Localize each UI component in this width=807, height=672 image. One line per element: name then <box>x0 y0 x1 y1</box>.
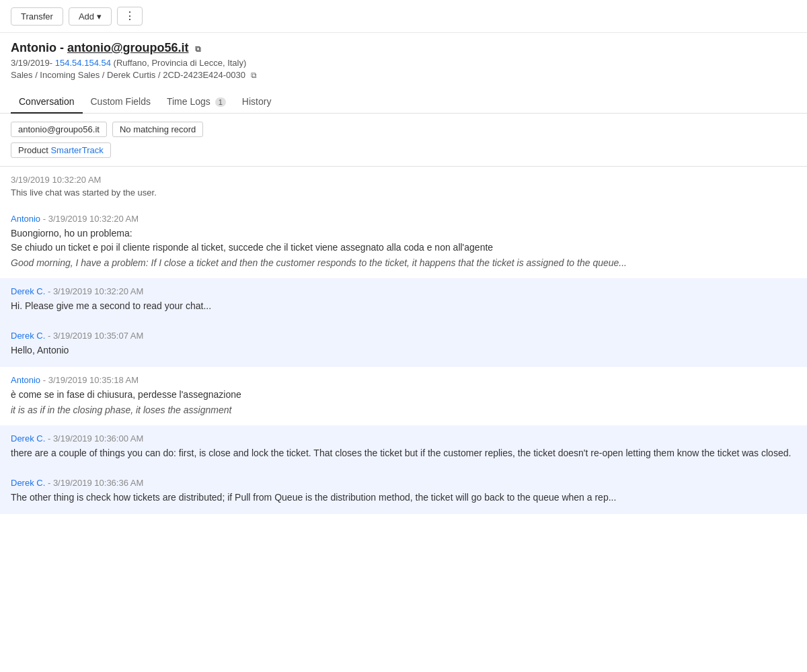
ticket-id: / 2CD-2423E424-0030 <box>158 70 245 80</box>
tabs: Conversation Custom Fields Time Logs 1 H… <box>0 91 807 114</box>
tag-row: antonio@groupo56.it No matching record <box>11 122 796 137</box>
product-value[interactable]: SmarterTrack <box>50 145 103 155</box>
product-tag-row: Product SmarterTrack <box>11 142 796 158</box>
message-header-antonio-2: Antonio - 3/19/2019 10:35:18 AM <box>11 375 796 385</box>
add-dropdown-icon: ▾ <box>97 11 102 22</box>
time-derek-3: 3/19/2019 10:36:00 AM <box>53 433 143 444</box>
more-button[interactable]: ⋮ <box>117 7 143 26</box>
author-antonio-2: Antonio <box>11 375 40 385</box>
body-antonio-1: Buongiorno, ho un problema: Se chiudo un… <box>11 226 796 255</box>
author-derek-1: Derek C. <box>11 286 45 296</box>
product-label: Product <box>18 145 48 155</box>
body-derek-3: there are a couple of things you can do:… <box>11 446 796 460</box>
messages: 3/19/2019 10:32:20 AM This live chat was… <box>0 167 807 514</box>
author-derek-2: Derek C. <box>11 331 45 341</box>
translation-antonio-1: Good morning, I have a problem: If I clo… <box>11 256 796 270</box>
author-antonio-1: Antonio <box>11 214 40 224</box>
message-antonio-2: Antonio - 3/19/2019 10:35:18 AM è come s… <box>0 367 807 425</box>
message-time-system: 3/19/2019 10:32:20 AM <box>11 175 796 185</box>
ip-address[interactable]: 154.54.154.54 <box>55 58 111 68</box>
message-derek-1: Derek C. - 3/19/2019 10:32:20 AM Hi. Ple… <box>0 278 807 323</box>
message-header-derek-1: Derek C. - 3/19/2019 10:32:20 AM <box>11 286 796 296</box>
contact-name: Antonio <box>11 41 56 54</box>
transfer-button[interactable]: Transfer <box>11 7 63 26</box>
add-label: Add <box>79 11 94 22</box>
toolbar: Transfer Add ▾ ⋮ <box>0 0 807 33</box>
body-antonio-2: è come se in fase di chiusura, perdesse … <box>11 388 796 402</box>
body-derek-1: Hi. Please give me a second to read your… <box>11 299 796 313</box>
system-text: This live chat was started by the user. <box>11 187 796 198</box>
message-header-derek-2: Derek C. - 3/19/2019 10:35:07 AM <box>11 331 796 341</box>
no-match-tag: No matching record <box>112 122 203 137</box>
message-system: 3/19/2019 10:32:20 AM This live chat was… <box>0 167 807 206</box>
message-header-derek-3: Derek C. - 3/19/2019 10:36:00 AM <box>11 433 796 444</box>
time-derek-4: 3/19/2019 10:36:36 AM <box>53 478 143 488</box>
message-header-derek-4: Derek C. - 3/19/2019 10:36:36 AM <box>11 478 796 488</box>
time-logs-badge: 1 <box>215 97 226 107</box>
message-derek-3: Derek C. - 3/19/2019 10:36:00 AM there a… <box>0 425 807 470</box>
message-derek-2: Derek C. - 3/19/2019 10:35:07 AM Hello, … <box>0 323 807 367</box>
tab-conversation[interactable]: Conversation <box>11 91 83 114</box>
header-date-ip: 3/19/2019- 154.54.154.54 (Ruffano, Provi… <box>11 58 796 68</box>
contact-email[interactable]: antonio@groupo56.it <box>67 41 189 54</box>
location: (Ruffano, Provincia di Lecce, Italy) <box>114 58 247 68</box>
conversation-area: antonio@groupo56.it No matching record P… <box>0 114 807 158</box>
message-antonio-1: Antonio - 3/19/2019 10:32:20 AM Buongior… <box>0 206 807 278</box>
time-derek-1: 3/19/2019 10:32:20 AM <box>53 286 143 296</box>
header-path: Sales / Incoming Sales / Derek Curtis / … <box>11 70 796 80</box>
body-derek-4: The other thing is check how tickets are… <box>11 491 796 505</box>
ticket-date: 3/19/2019- <box>11 58 52 68</box>
copy-ticket-icon[interactable]: ⧉ <box>251 71 260 80</box>
time-antonio-2: 3/19/2019 10:35:18 AM <box>48 375 139 385</box>
author-derek-3: Derek C. <box>11 433 45 444</box>
product-tag: Product SmarterTrack <box>11 142 111 158</box>
message-derek-4: Derek C. - 3/19/2019 10:36:36 AM The oth… <box>0 470 807 514</box>
time-derek-2: 3/19/2019 10:35:07 AM <box>53 331 143 341</box>
translation-antonio-2: it is as if in the closing phase, it los… <box>11 403 796 417</box>
header-info: Antonio - antonio@groupo56.it ⧉ 3/19/201… <box>0 33 807 85</box>
tab-history[interactable]: History <box>234 91 280 114</box>
body-derek-2: Hello, Antonio <box>11 343 796 358</box>
time-antonio-1: 3/19/2019 10:32:20 AM <box>48 214 139 224</box>
copy-email-icon[interactable]: ⧉ <box>195 44 204 54</box>
ticket-path: Sales / Incoming Sales / Derek Curtis <box>11 70 155 80</box>
tab-time-logs[interactable]: Time Logs 1 <box>159 91 234 114</box>
add-button[interactable]: Add ▾ <box>69 7 112 26</box>
header-title: Antonio - antonio@groupo56.it ⧉ <box>11 41 796 55</box>
author-derek-4: Derek C. <box>11 478 45 488</box>
message-header-antonio-1: Antonio - 3/19/2019 10:32:20 AM <box>11 214 796 224</box>
email-tag: antonio@groupo56.it <box>11 122 107 137</box>
tab-custom-fields[interactable]: Custom Fields <box>83 91 159 114</box>
